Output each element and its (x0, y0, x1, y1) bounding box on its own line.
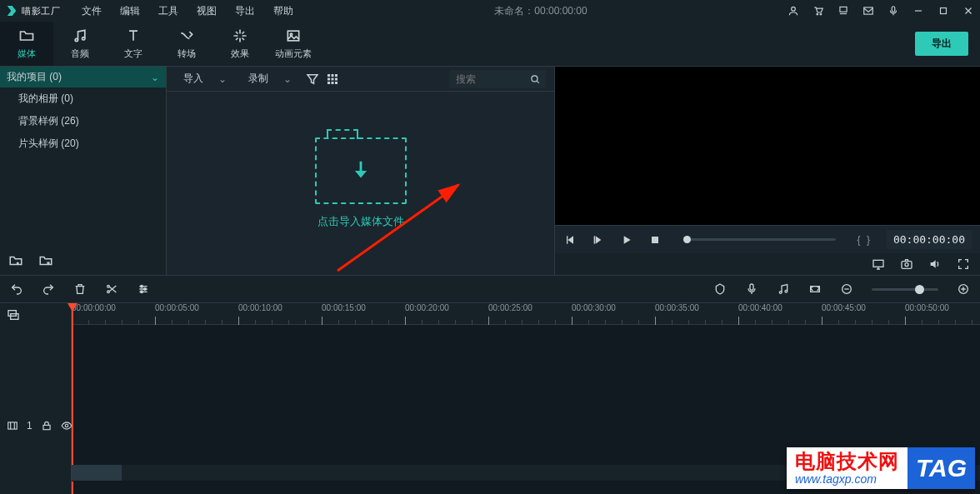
record-label: 录制 (248, 72, 268, 86)
svg-rect-40 (43, 425, 50, 429)
ruler-tick: 00:00:35:00 (655, 303, 699, 312)
tree-header[interactable]: 我的项目 (0) ⌄ (0, 67, 166, 87)
svg-rect-19 (335, 82, 338, 84)
collapse-tracks-icon[interactable] (7, 308, 20, 322)
search-field[interactable] (449, 70, 546, 88)
tab-transition[interactable]: 转场 (160, 22, 213, 66)
cart-icon[interactable] (812, 4, 825, 17)
svg-point-25 (905, 263, 908, 267)
ruler-tick: 00:00:45:00 (822, 303, 866, 312)
delete-button[interactable] (73, 282, 87, 296)
track-number: 1 (27, 420, 32, 432)
menu-help[interactable]: 帮助 (265, 1, 302, 22)
split-button[interactable] (105, 282, 118, 296)
chevron-down-icon: ⌄ (151, 72, 159, 83)
svg-rect-4 (864, 7, 873, 14)
ruler-tick: 00:00:10:00 (238, 303, 282, 312)
undo-button[interactable] (10, 282, 23, 296)
account-icon[interactable] (787, 4, 800, 17)
zoom-in-button[interactable] (957, 282, 970, 296)
tab-label: 音频 (71, 47, 89, 60)
svg-point-20 (532, 75, 538, 81)
import-dropdown[interactable]: 导入 ⌄ (175, 69, 235, 88)
audio-mixer-icon[interactable] (777, 282, 790, 296)
voiceover-icon[interactable] (745, 282, 758, 296)
gutter-track: 1 (0, 420, 71, 432)
svg-point-7 (75, 38, 78, 41)
main-area: 我的项目 (0) ⌄ 我的相册 (0) 背景样例 (26) 片头样例 (20) … (0, 67, 980, 275)
svg-point-26 (108, 285, 110, 287)
tab-motion[interactable]: 动画元素 (267, 22, 320, 66)
tree-header-label: 我的项目 (0) (7, 70, 62, 84)
stop-button[interactable] (648, 233, 662, 247)
preview-scrubber[interactable] (683, 238, 836, 241)
timeline-ruler[interactable]: 00:00:00:0000:00:05:0000:00:10:0000:00:1… (72, 303, 980, 325)
remove-folder-icon[interactable] (38, 253, 53, 268)
menu-tools[interactable]: 工具 (150, 1, 187, 22)
tab-text[interactable]: 文字 (107, 22, 160, 66)
marker-icon[interactable] (713, 282, 727, 296)
preview-canvas[interactable] (555, 67, 980, 225)
tool-tabs: 媒体 音频 文字 转场 效果 动画元素 导出 (0, 22, 980, 67)
tab-label: 动画元素 (275, 47, 312, 60)
mic-icon[interactable] (887, 4, 900, 17)
header-actions (787, 4, 975, 17)
tab-media[interactable]: 媒体 (0, 22, 53, 66)
eye-icon[interactable] (61, 420, 72, 432)
maximize-button[interactable] (937, 4, 950, 17)
play-button[interactable] (620, 233, 633, 247)
fullscreen-icon[interactable] (957, 257, 970, 271)
play-in-button[interactable] (592, 233, 605, 247)
minimize-button[interactable] (912, 4, 925, 17)
mail-icon[interactable] (862, 4, 875, 17)
tab-audio[interactable]: 音频 (53, 22, 107, 66)
import-dropzone[interactable] (315, 137, 407, 204)
timeline-gutter: 1 (0, 303, 72, 494)
svg-point-32 (779, 292, 782, 294)
marker-braces[interactable]: { } (858, 234, 872, 246)
svg-rect-39 (8, 422, 18, 429)
browser-body[interactable]: 点击导入媒体文件 (167, 92, 554, 275)
tree-item-background[interactable]: 背景样例 (26) (0, 110, 166, 132)
track-film-icon[interactable] (7, 420, 18, 432)
svg-point-2 (820, 13, 822, 15)
svg-rect-9 (288, 31, 298, 41)
tree-item-opener[interactable]: 片头样例 (20) (0, 132, 166, 155)
settings-icon[interactable] (137, 282, 150, 296)
zoom-slider[interactable] (872, 288, 938, 291)
export-button[interactable]: 导出 (915, 32, 968, 56)
menu-edit[interactable]: 编辑 (112, 1, 148, 22)
search-input[interactable] (454, 72, 529, 86)
tab-effect[interactable]: 效果 (213, 22, 267, 66)
render-range-icon[interactable] (808, 282, 822, 296)
import-label: 导入 (183, 72, 203, 86)
add-folder-icon[interactable] (8, 253, 23, 268)
menu-file[interactable]: 文件 (73, 1, 110, 22)
svg-point-28 (141, 285, 143, 287)
clip-placeholder[interactable] (72, 465, 122, 481)
lock-icon[interactable] (41, 420, 52, 432)
sparkle-icon (232, 27, 248, 44)
svg-point-27 (108, 291, 110, 293)
volume-icon[interactable] (928, 257, 942, 271)
svg-rect-11 (328, 74, 330, 77)
snapshot-icon[interactable] (900, 257, 913, 271)
menu-export[interactable]: 导出 (227, 1, 263, 22)
grid-icon[interactable] (325, 72, 340, 87)
svg-rect-21 (594, 236, 595, 243)
chevron-down-icon: ⌄ (283, 73, 292, 85)
close-button[interactable] (962, 4, 975, 17)
ruler-tick: 00:00:15:00 (322, 303, 366, 312)
svg-point-29 (144, 288, 147, 291)
app-logo: 喵影工厂 (5, 4, 60, 17)
zoom-out-button[interactable] (840, 282, 853, 296)
record-dropdown[interactable]: 录制 ⌄ (240, 69, 300, 88)
filter-icon[interactable] (305, 72, 320, 87)
redo-button[interactable] (42, 282, 55, 296)
tree-item-album[interactable]: 我的相册 (0) (0, 87, 166, 110)
layers-icon[interactable] (837, 4, 850, 17)
menu-view[interactable]: 视图 (188, 1, 225, 22)
prev-frame-button[interactable] (563, 233, 577, 247)
svg-rect-18 (332, 82, 334, 84)
display-settings-icon[interactable] (872, 257, 885, 271)
